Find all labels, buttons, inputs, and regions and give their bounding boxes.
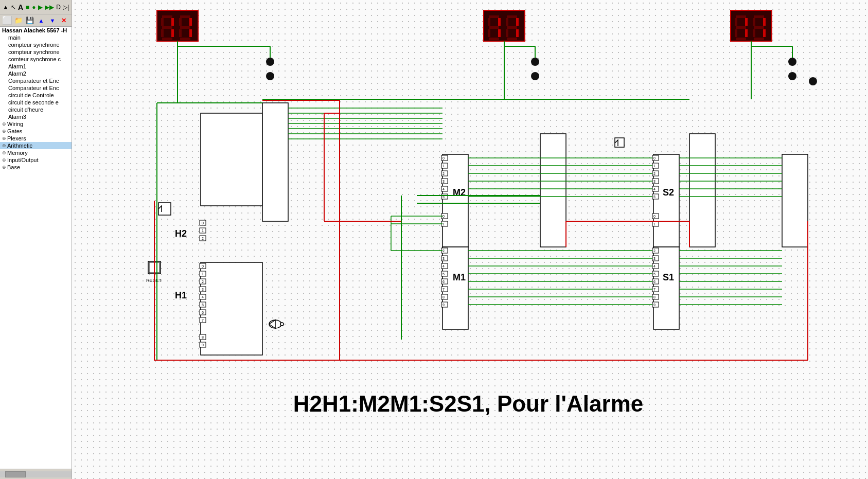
decoder-main: [262, 103, 288, 221]
sidebar-group-plexers-label: Plexers: [7, 135, 26, 141]
play-icon[interactable]: ▶: [38, 2, 43, 12]
svg-rect-14: [180, 38, 190, 40]
h2-block: [201, 113, 262, 206]
display-m2m1: [484, 10, 525, 41]
svg-rect-40: [763, 18, 766, 26]
sidebar-item-circuit-seconde[interactable]: circuit de seconde e: [0, 99, 72, 106]
decoder-s: [689, 134, 715, 247]
green-square-icon[interactable]: ■: [25, 2, 30, 12]
sidebar-item-comp2[interactable]: Comparateur et Enc: [0, 84, 72, 92]
pointer-tool[interactable]: ▲: [2, 2, 9, 12]
d-icon[interactable]: D: [56, 2, 61, 12]
save-icon[interactable]: 💾: [25, 15, 35, 26]
svg-text:5: 5: [202, 303, 204, 307]
delete-x-icon[interactable]: ✕: [59, 15, 69, 26]
svg-text:4: 4: [653, 264, 656, 268]
green-circle-icon[interactable]: ●: [31, 2, 37, 12]
scroll-thumb[interactable]: [5, 471, 26, 477]
svg-text:4: 4: [202, 295, 204, 299]
svg-rect-29: [507, 38, 517, 40]
svg-text:3: 3: [653, 180, 656, 183]
svg-text:8: 8: [442, 295, 445, 299]
new-file-icon[interactable]: ⬜: [2, 15, 12, 26]
sidebar-group-plexers[interactable]: ⊕ Plexers: [0, 135, 72, 142]
probe-right-top: [788, 58, 796, 66]
svg-text:2: 2: [653, 172, 656, 175]
probe-mid-bottom: [531, 72, 539, 80]
svg-text:5: 5: [442, 272, 445, 276]
svg-text:0: 0: [653, 215, 656, 218]
sidebar-scrollbar[interactable]: [0, 469, 72, 479]
sidebar-group-memory[interactable]: ⊕ Memory: [0, 149, 72, 156]
s2-label: S2: [663, 187, 674, 198]
svg-rect-25: [516, 18, 519, 26]
horizontal-scrollbar[interactable]: [0, 471, 72, 477]
svg-text:0: 0: [202, 221, 204, 225]
svg-rect-26: [507, 26, 517, 29]
svg-text:9: 9: [653, 303, 656, 307]
h1-block: [201, 262, 262, 355]
delete-down-icon[interactable]: ▼: [47, 15, 58, 26]
sidebar-group-wiring[interactable]: ⊕ Wiring: [0, 120, 72, 128]
open-folder-icon[interactable]: 📁: [13, 15, 24, 26]
sidebar-group-base[interactable]: ⊕ Base: [0, 164, 72, 171]
svg-rect-9: [179, 18, 182, 26]
display-h2h1: [157, 10, 198, 41]
svg-rect-27: [506, 29, 508, 37]
svg-rect-18: [498, 18, 501, 26]
main-canvas[interactable]: H2 0 1 2 H1 0 1 2 3 4 5 6 7 8 9 M2: [72, 0, 868, 479]
svg-rect-23: [507, 15, 517, 18]
step-icon[interactable]: ▷|: [62, 2, 69, 12]
svg-rect-34: [736, 26, 746, 29]
svg-text:9: 9: [442, 303, 445, 307]
svg-text:2: 2: [442, 249, 445, 253]
svg-text:2: 2: [442, 172, 445, 175]
svg-text:3: 3: [442, 257, 445, 260]
svg-rect-6: [171, 29, 174, 37]
sidebar-item-main[interactable]: main: [0, 34, 72, 41]
sidebar-item-alarm3[interactable]: Alarm3: [0, 113, 72, 120]
svg-rect-12: [179, 29, 182, 37]
s1-label: S1: [663, 272, 674, 282]
sidebar-item-compteur2[interactable]: compteur synchrone: [0, 48, 72, 56]
sidebar-item-comp1[interactable]: Comparateur et Enc: [0, 77, 72, 84]
svg-rect-7: [162, 38, 172, 40]
project-root[interactable]: Hassan Alachek 5567 -H: [0, 27, 72, 34]
svg-text:8: 8: [653, 295, 656, 299]
sidebar-group-arithmetic-label: Arithmetic: [7, 143, 32, 149]
sidebar-item-circuit-heure[interactable]: circuit d'heure: [0, 106, 72, 113]
toolbar-second: ⬜ 📁 💾 ▲ ▼ ✕: [0, 14, 72, 27]
svg-text:5: 5: [653, 272, 656, 276]
sidebar-item-alarm1[interactable]: Alarm1: [0, 63, 72, 70]
svg-text:9: 9: [202, 343, 204, 347]
display-s2s1: [731, 10, 772, 41]
sidebar-item-circuit-controle[interactable]: circuit de Controle: [0, 92, 72, 99]
h2-label: H2: [175, 228, 187, 239]
svg-rect-22: [489, 38, 499, 40]
expand-gates-icon: ⊕: [2, 129, 6, 134]
svg-rect-32: [735, 18, 737, 26]
tree-area: Hassan Alachek 5567 -H main compteur syn…: [0, 27, 72, 469]
svg-text:0: 0: [202, 264, 204, 268]
bottom-circuit-label: H2H1:M2M1:S2S1, Pour l'Alarme: [293, 391, 643, 416]
delete-up-icon[interactable]: ▲: [36, 15, 46, 26]
svg-rect-3: [171, 18, 174, 26]
svg-text:1: 1: [202, 272, 204, 276]
text-tool[interactable]: A: [17, 2, 24, 12]
sidebar-group-base-label: Base: [7, 164, 20, 170]
svg-rect-33: [745, 18, 748, 26]
sidebar-item-compteur1[interactable]: compteur synchrone: [0, 41, 72, 48]
sidebar-group-inputoutput[interactable]: ⊕ Input/Output: [0, 156, 72, 164]
svg-text:1: 1: [202, 229, 204, 233]
svg-text:2: 2: [202, 237, 204, 240]
sidebar-item-comteur[interactable]: comteur synchrone c: [0, 56, 72, 63]
sidebar-item-alarm2[interactable]: Alarm2: [0, 70, 72, 77]
toolbar-top: ▲ ↖ A ■ ● ▶ ▶▶ D ▷|: [0, 0, 72, 14]
svg-text:8: 8: [202, 335, 204, 339]
sidebar-group-arithmetic[interactable]: ⊕ Arithmetic: [0, 142, 72, 149]
arrow-tool[interactable]: ↖: [10, 2, 16, 12]
fast-forward-icon[interactable]: ▶▶: [44, 2, 55, 12]
svg-point-145: [280, 323, 284, 326]
expand-base-icon: ⊕: [2, 165, 6, 170]
sidebar-group-gates[interactable]: ⊕ Gates: [0, 128, 72, 135]
